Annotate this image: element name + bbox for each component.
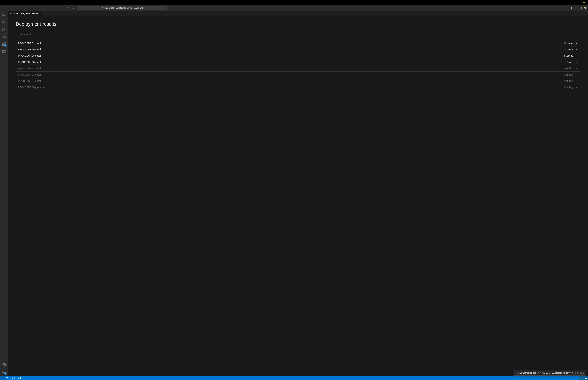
traffic-light-minimize[interactable] <box>583 1 585 3</box>
content-area: Deployment results Collapse all PROCEDUR… <box>8 16 588 376</box>
result-row[interactable]: PROCEDURE1.spsqlSuccess <box>16 40 580 46</box>
result-filename: PROCEDURE1.spsql <box>18 42 41 45</box>
source-control-icon[interactable] <box>2 27 6 31</box>
chevron-down-icon <box>575 48 578 51</box>
svg-point-26 <box>584 13 585 13</box>
svg-point-23 <box>3 372 4 373</box>
command-center-search[interactable]: [Extension Development Host] Document <box>78 6 167 10</box>
toggle-secondary-sidebar-icon[interactable] <box>580 6 582 9</box>
customize-layout-icon[interactable] <box>584 6 587 9</box>
svg-point-27 <box>585 13 585 13</box>
svg-rect-3 <box>576 7 578 8</box>
feedback-button[interactable] <box>579 376 584 380</box>
problems-indicator[interactable]: 0 0 <box>5 376 16 380</box>
tab-batch-deployment-results[interactable]: Batch Deployment Results <box>8 11 43 16</box>
warning-count: 0 <box>14 377 15 379</box>
nav-forward-button[interactable] <box>73 7 75 9</box>
run-debug-icon[interactable] <box>2 35 6 39</box>
settings-badge: 1 <box>4 373 7 375</box>
ports-count: 0 <box>19 377 21 379</box>
tab-title: Batch Deployment Results <box>13 12 38 15</box>
result-status: Pending <box>564 67 573 70</box>
chevron-down-icon <box>575 74 578 76</box>
warning-icon <box>11 377 13 379</box>
search-text: [Extension Development Host] Document <box>106 7 143 9</box>
error-count: 0 <box>9 377 10 379</box>
error-icon <box>6 377 8 379</box>
tab-close-button[interactable] <box>39 12 41 15</box>
svg-rect-9 <box>584 8 585 9</box>
toast-message: An attempt to deploy PROCEDURE2.spsql is… <box>519 372 584 374</box>
svg-point-11 <box>2 20 5 23</box>
chevron-down-icon <box>575 67 578 70</box>
collapse-all-button[interactable]: Collapse all <box>16 31 35 37</box>
result-row[interactable]: PROCEDURE5.spsqlSuccess <box>16 53 580 59</box>
notifications-button[interactable] <box>584 376 588 380</box>
result-status: Success <box>564 48 573 51</box>
search-icon <box>102 7 104 9</box>
result-filename: PROCEDURE7.spsql <box>18 80 41 82</box>
page-title: Deployment results <box>16 21 580 27</box>
result-status: Pending <box>564 86 573 89</box>
result-row[interactable]: PROCEDURE6.spsqlSuccess <box>16 46 580 53</box>
search-activity-icon[interactable] <box>2 20 6 24</box>
result-filename: PROCEDURE8.javaspsql <box>18 86 45 89</box>
svg-point-12 <box>2 28 3 29</box>
tab-bar: Batch Deployment Results <box>8 11 588 16</box>
ports-indicator[interactable]: 0 <box>16 376 22 380</box>
remote-explorer-icon[interactable] <box>2 50 6 54</box>
svg-rect-17 <box>2 44 3 46</box>
svg-point-22 <box>3 364 5 365</box>
svg-rect-20 <box>2 50 5 52</box>
accounts-icon[interactable] <box>2 363 6 367</box>
svg-point-15 <box>4 37 5 38</box>
svg-point-0 <box>102 7 104 8</box>
preview-icon <box>10 12 12 15</box>
result-status: Success <box>564 55 573 57</box>
extensions-badge: 1 <box>4 44 7 47</box>
result-filename: PROCEDURE5.spsql <box>18 55 41 57</box>
result-row[interactable]: PROCEDURE4.spsqlPending <box>16 72 580 78</box>
svg-rect-1 <box>571 7 573 8</box>
notification-toast[interactable]: An attempt to deploy PROCEDURE2.spsql is… <box>513 370 586 376</box>
toggle-panel-icon[interactable] <box>576 6 578 9</box>
status-bar: 0 0 0 <box>0 376 588 380</box>
svg-rect-19 <box>4 42 5 44</box>
svg-rect-16 <box>2 43 3 44</box>
svg-rect-7 <box>584 7 585 8</box>
svg-rect-10 <box>586 8 586 9</box>
result-row[interactable]: PROCEDURE2.spsqlPending <box>16 65 580 72</box>
svg-point-13 <box>2 30 3 31</box>
chevron-down-icon <box>575 61 578 63</box>
bell-icon <box>585 377 587 379</box>
result-filename: PROCEDURE3.spsql <box>18 61 41 63</box>
result-row[interactable]: PROCEDURE3.spsqlFailed <box>16 59 580 65</box>
result-row[interactable]: PROCEDURE7.spsqlPending <box>16 78 580 84</box>
result-status: Success <box>564 42 573 45</box>
split-editor-icon[interactable] <box>579 12 581 15</box>
chevron-down-icon <box>575 55 578 57</box>
feedback-icon <box>580 377 583 379</box>
svg-point-28 <box>586 13 586 13</box>
result-filename: PROCEDURE6.spsql <box>18 48 41 51</box>
settings-gear-icon[interactable]: 1 <box>2 370 6 375</box>
activity-bar: 1 1 <box>0 11 8 376</box>
explorer-icon[interactable] <box>2 12 6 16</box>
result-status: Failed <box>567 61 573 63</box>
toggle-primary-sidebar-icon[interactable] <box>571 6 574 9</box>
broadcast-icon <box>17 377 19 379</box>
more-actions-icon[interactable] <box>584 12 586 15</box>
extensions-icon[interactable]: 1 <box>2 42 6 46</box>
svg-point-14 <box>5 29 5 30</box>
remote-indicator[interactable] <box>0 376 5 380</box>
macos-titlebar <box>0 0 588 5</box>
result-status: Pending <box>564 73 573 76</box>
svg-rect-5 <box>580 7 582 8</box>
chevron-down-icon <box>575 80 578 82</box>
nav-back-button[interactable] <box>67 7 70 9</box>
title-bar: [Extension Development Host] Document <box>0 5 588 11</box>
deployment-result-list: PROCEDURE1.spsqlSuccessPROCEDURE6.spsqlS… <box>16 40 580 91</box>
chevron-down-icon <box>575 86 578 88</box>
result-status: Pending <box>564 80 573 82</box>
result-row[interactable]: PROCEDURE8.javaspsqlPending <box>16 84 580 91</box>
